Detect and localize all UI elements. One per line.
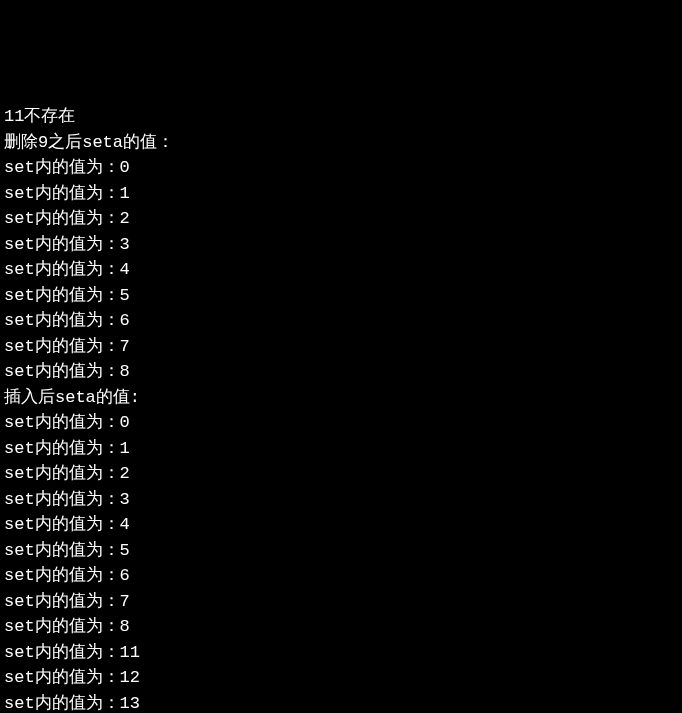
console-line: set内的值为：3 bbox=[4, 487, 678, 513]
console-line: set内的值为：5 bbox=[4, 283, 678, 309]
console-line: set内的值为：6 bbox=[4, 563, 678, 589]
console-line: set内的值为：7 bbox=[4, 334, 678, 360]
console-line: set内的值为：0 bbox=[4, 155, 678, 181]
console-line: set内的值为：13 bbox=[4, 691, 678, 714]
console-line: set内的值为：1 bbox=[4, 181, 678, 207]
console-line: set内的值为：3 bbox=[4, 232, 678, 258]
console-output: 11不存在删除9之后seta的值：set内的值为：0set内的值为：1set内的… bbox=[4, 104, 678, 713]
console-line: set内的值为：0 bbox=[4, 410, 678, 436]
console-line: set内的值为：11 bbox=[4, 640, 678, 666]
console-line: set内的值为：8 bbox=[4, 614, 678, 640]
console-line: set内的值为：4 bbox=[4, 512, 678, 538]
console-line: set内的值为：12 bbox=[4, 665, 678, 691]
console-line: set内的值为：1 bbox=[4, 436, 678, 462]
console-line: set内的值为：7 bbox=[4, 589, 678, 615]
console-line: 插入后seta的值: bbox=[4, 385, 678, 411]
console-line: set内的值为：8 bbox=[4, 359, 678, 385]
console-line: set内的值为：5 bbox=[4, 538, 678, 564]
console-line: 删除9之后seta的值： bbox=[4, 130, 678, 156]
console-line: set内的值为：4 bbox=[4, 257, 678, 283]
console-line: set内的值为：6 bbox=[4, 308, 678, 334]
console-line: set内的值为：2 bbox=[4, 206, 678, 232]
console-line: set内的值为：2 bbox=[4, 461, 678, 487]
console-line: 11不存在 bbox=[4, 104, 678, 130]
